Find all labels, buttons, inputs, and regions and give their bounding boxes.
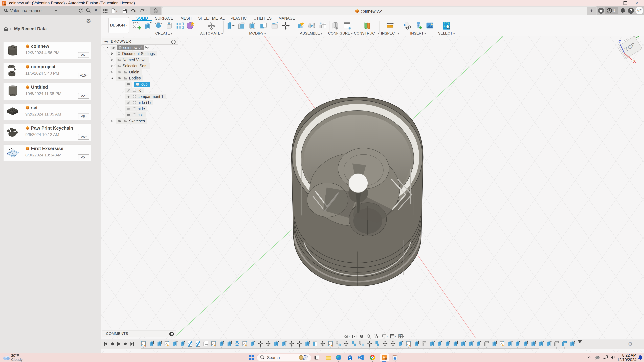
fusion-icon[interactable]: FFUS	[380, 354, 388, 361]
item-version-dropdown[interactable]: V10▾	[78, 73, 89, 78]
move-big-button[interactable]	[281, 21, 290, 30]
timeline-feature-move[interactable]	[367, 340, 372, 347]
plane-construct-button[interactable]	[362, 21, 372, 30]
start-button[interactable]	[248, 354, 255, 361]
timeline-feature-extrude[interactable]	[281, 340, 287, 347]
vscode-icon[interactable]	[358, 354, 365, 361]
close-panel-icon[interactable]: ×	[92, 6, 100, 14]
item-version-dropdown[interactable]: V6▾	[78, 52, 89, 58]
browser-panel-header[interactable]: ◀◀ BROWSER	[102, 38, 178, 45]
node-pill[interactable]: compartment 1	[125, 94, 166, 99]
recent-data-card[interactable]: Paw Print Keychain9/6/2024 10:12 AMV5▾	[3, 124, 91, 141]
timeline-feature-sketch[interactable]	[499, 340, 505, 347]
eye-icon[interactable]	[110, 46, 116, 50]
browser-node-hide-1-[interactable]: hide (1)	[102, 100, 178, 105]
new-tab-button[interactable]: +	[587, 7, 596, 14]
minimize-panel-icon[interactable]	[171, 39, 176, 45]
timeline-feature-pattern[interactable]	[336, 340, 341, 347]
file-icon[interactable]: ▾	[110, 7, 117, 14]
pattern-rect-button[interactable]	[175, 21, 185, 30]
ribbon-tab-surface[interactable]: SURFACE	[155, 16, 173, 21]
recent-data-card[interactable]: First Exsersise8/30/2024 10:34 AMV5▾	[3, 145, 91, 161]
step-back-button[interactable]	[110, 341, 114, 347]
speaker-icon[interactable]	[610, 355, 616, 361]
timeline-feature-fillet[interactable]	[554, 340, 559, 347]
shell-big-button[interactable]	[248, 21, 257, 30]
group-label-select[interactable]: SELECT ▾	[438, 31, 454, 35]
node-pill[interactable]: Selection Sets	[116, 63, 150, 69]
timeline-feature-extrude[interactable]	[414, 340, 419, 347]
browser-node-cup[interactable]: cup	[102, 82, 178, 87]
browser-root-row[interactable]: coinnew v6	[102, 45, 178, 50]
timeline-feature-sketch[interactable]	[164, 340, 170, 347]
search-highlight-thumbnail[interactable]	[299, 355, 309, 361]
timeline-feature-thread[interactable]	[195, 340, 201, 347]
timeline-feature-sketch[interactable]	[242, 340, 248, 347]
expander-collapsed-icon[interactable]	[110, 58, 114, 62]
expander-open-icon[interactable]	[110, 77, 114, 80]
display-settings-icon[interactable]: ▾	[382, 334, 388, 339]
rigid-button[interactable]	[318, 21, 328, 30]
devices-icon[interactable]	[602, 355, 608, 361]
timeline-feature-extrude[interactable]	[398, 340, 404, 347]
job-status-button[interactable]: 1	[605, 7, 618, 14]
timeline-feature-move[interactable]	[320, 340, 326, 347]
new-comp-button[interactable]	[296, 21, 306, 30]
node-pill[interactable]: Sketches	[116, 118, 147, 124]
store-icon[interactable]	[346, 354, 354, 361]
expander-collapsed-icon[interactable]	[110, 120, 114, 123]
timeline-feature-sketch[interactable]	[141, 340, 146, 347]
timeline-feature-extrude[interactable]	[180, 340, 186, 347]
play-button[interactable]	[116, 341, 121, 347]
insert-deriv-button[interactable]	[402, 21, 412, 30]
help-icon[interactable]: ?	[628, 7, 634, 14]
timeline-feature-extrude[interactable]	[452, 340, 458, 347]
timeline-feature-extrude[interactable]	[522, 340, 528, 347]
fit-zoom-icon[interactable]: ▾	[374, 334, 380, 339]
timeline-feature-fillet[interactable]	[421, 340, 427, 347]
joint-big-button[interactable]	[307, 21, 316, 30]
expander-icon[interactable]	[106, 46, 108, 50]
timeline-ruler[interactable]	[141, 349, 539, 349]
item-version-dropdown[interactable]: V5▾	[78, 134, 89, 140]
timeline-feature-extrude[interactable]	[156, 340, 162, 347]
timeline-feature-extrude[interactable]	[460, 340, 466, 347]
browser-node-bodies[interactable]: Bodies	[102, 75, 178, 81]
recent-data-card[interactable]: Untitled10/8/2024 11:38 PMV2▾	[3, 83, 91, 100]
configure1-button[interactable]	[331, 21, 340, 30]
press-pull-button[interactable]	[225, 21, 235, 30]
node-pill[interactable]: Bodies	[116, 75, 143, 81]
browser-node-compartment-1[interactable]: compartment 1	[102, 94, 178, 99]
group-label-assemble[interactable]: ASSEMBLE ▾	[300, 31, 322, 35]
timeline-feature-move[interactable]	[382, 340, 388, 347]
weather-cloud-icon[interactable]	[3, 354, 10, 361]
group-label-insert[interactable]: INSERT ▾	[410, 31, 426, 35]
item-version-dropdown[interactable]: V2▾	[78, 93, 89, 99]
timeline-feature-extrude[interactable]	[429, 340, 435, 347]
timeline-feature-fillet[interactable]	[484, 340, 489, 347]
timeline-feature-extrude[interactable]	[273, 340, 279, 347]
browser-node-selection-sets[interactable]: Selection Sets	[102, 63, 178, 69]
timeline-feature-extrude[interactable]	[546, 340, 552, 347]
ribbon-tab-manage[interactable]: MANAGE	[278, 16, 295, 21]
go-to-start-button[interactable]	[103, 341, 108, 347]
close-button[interactable]: ×	[633, 0, 640, 6]
group-label-inspect[interactable]: INSPECT ▾	[381, 31, 399, 35]
home-button[interactable]	[150, 7, 161, 14]
chrome-icon[interactable]	[369, 354, 376, 361]
timeline-settings-gear-icon[interactable]: ⚙	[628, 341, 632, 347]
form-button[interactable]	[186, 21, 196, 30]
timeline-feature-extrude[interactable]	[468, 340, 474, 347]
browser-node-document-settings[interactable]: ⚙Document Settings	[102, 51, 178, 56]
refresh-icon[interactable]	[76, 7, 84, 14]
collapse-panel-icon[interactable]: ◀◀	[104, 40, 107, 43]
item-version-dropdown[interactable]: V8▾	[78, 114, 89, 119]
maximize-button[interactable]	[621, 0, 629, 6]
timeline-feature-sketch[interactable]	[406, 340, 412, 347]
timeline-feature-extrude[interactable]	[219, 340, 224, 347]
timeline-feature-thread[interactable]	[188, 340, 193, 347]
comment-bubble-icon[interactable]	[169, 332, 174, 337]
timeline-feature-joint[interactable]	[351, 340, 357, 347]
fillet-big-button[interactable]	[236, 21, 246, 30]
comments-bar[interactable]: COMMENTS	[102, 330, 176, 337]
